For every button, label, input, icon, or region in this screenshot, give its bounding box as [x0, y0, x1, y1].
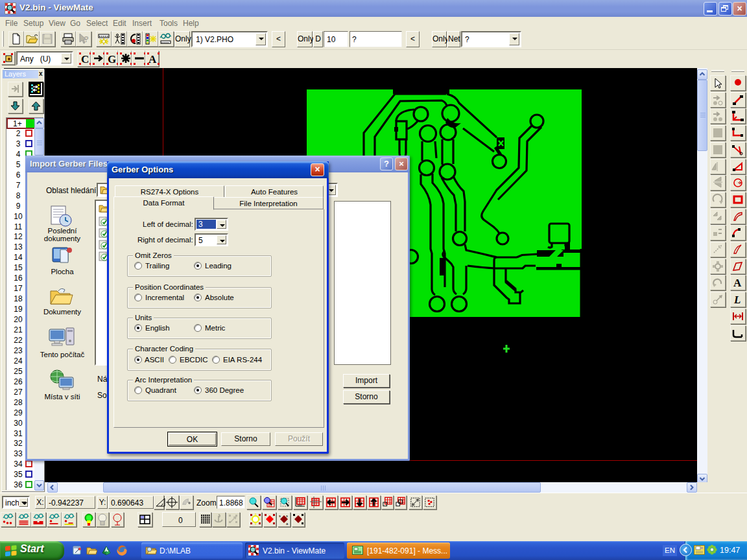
- svg-text:?: ?: [84, 34, 89, 44]
- svg-text:A: A: [148, 53, 157, 65]
- svg-text:A: A: [733, 277, 742, 289]
- svg-text:s: s: [279, 514, 281, 518]
- svg-text:oo: oo: [298, 503, 302, 507]
- svg-text:L: L: [733, 294, 741, 306]
- svg-text:C: C: [81, 53, 89, 65]
- svg-text:a: a: [286, 522, 289, 526]
- svg-text:s: s: [286, 514, 288, 518]
- svg-text:G: G: [108, 53, 116, 65]
